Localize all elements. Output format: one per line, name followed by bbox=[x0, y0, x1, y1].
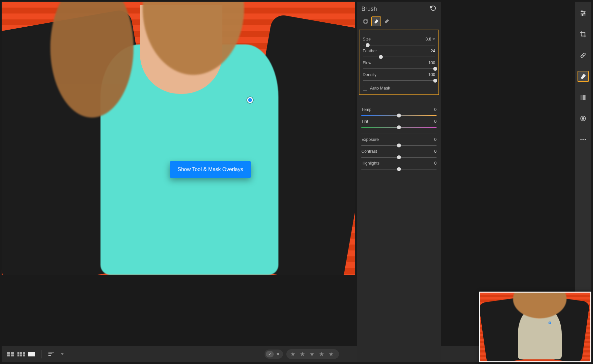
tint-slider[interactable]: Tint0 bbox=[361, 119, 437, 128]
single-view-icon[interactable] bbox=[28, 351, 35, 357]
density-label: Density bbox=[363, 72, 377, 77]
flag-picked-icon[interactable]: ✓ bbox=[266, 351, 274, 357]
contrast-value: 0 bbox=[434, 149, 437, 154]
brush-mode-row bbox=[357, 15, 441, 30]
automask-checkbox[interactable]: Auto Mask bbox=[363, 86, 435, 91]
density-value: 100 bbox=[428, 72, 435, 77]
automask-label: Auto Mask bbox=[370, 86, 390, 91]
temp-value: 0 bbox=[434, 107, 437, 112]
radial-gradient-icon[interactable] bbox=[578, 113, 589, 124]
tint-value: 0 bbox=[434, 119, 437, 124]
add-brush-icon[interactable] bbox=[361, 16, 371, 26]
edit-sliders-icon[interactable] bbox=[578, 8, 589, 19]
checkbox-icon bbox=[363, 86, 367, 91]
photo-hair bbox=[41, 2, 295, 186]
grid-view-large-icon[interactable] bbox=[17, 351, 25, 357]
brush-settings-box: Size8.8 Feather24 Flow100 Density100 Aut… bbox=[359, 30, 439, 95]
highlights-value: 0 bbox=[434, 161, 437, 166]
flag-filter[interactable]: ✓ ✕ bbox=[265, 350, 283, 359]
brush-panel: Brush Size8.8 Feather24 Flow100 Densit bbox=[357, 2, 441, 362]
svg-point-3 bbox=[581, 11, 583, 12]
eraser-mode-icon[interactable] bbox=[382, 16, 392, 26]
svg-point-5 bbox=[582, 14, 583, 16]
rating-stars[interactable]: ★ ★ ★ ★ ★ bbox=[286, 349, 339, 359]
flow-label: Flow bbox=[363, 61, 371, 65]
heal-icon[interactable] bbox=[578, 50, 589, 61]
separator bbox=[41, 350, 42, 358]
flag-rejected-icon[interactable]: ✕ bbox=[274, 351, 282, 357]
crop-icon[interactable] bbox=[578, 29, 589, 40]
sort-icon[interactable] bbox=[47, 351, 55, 357]
temp-slider[interactable]: Temp0 bbox=[361, 107, 437, 116]
sort-dropdown-icon[interactable] bbox=[58, 351, 65, 357]
highlights-slider[interactable]: Highlights0 bbox=[361, 161, 437, 169]
size-label: Size bbox=[363, 37, 371, 41]
brush-mode-icon[interactable] bbox=[371, 16, 381, 26]
flow-slider[interactable]: Flow100 bbox=[363, 61, 435, 69]
linear-gradient-icon[interactable] bbox=[578, 92, 589, 103]
nav-photo bbox=[491, 292, 579, 337]
more-icon[interactable] bbox=[578, 134, 589, 145]
adjustments-group: Temp0 Tint0 Exposure0 Contrast0 Highligh… bbox=[357, 95, 441, 169]
density-slider[interactable]: Density100 bbox=[363, 72, 435, 81]
svg-point-4 bbox=[584, 13, 585, 14]
brush-pin[interactable] bbox=[247, 97, 253, 103]
feather-value: 24 bbox=[431, 49, 435, 53]
panel-title: Brush bbox=[361, 6, 377, 13]
reset-icon[interactable] bbox=[430, 6, 437, 13]
size-slider[interactable]: Size8.8 bbox=[363, 37, 435, 45]
svg-point-7 bbox=[583, 55, 583, 56]
flow-value: 100 bbox=[428, 61, 435, 65]
navigator-thumbnail[interactable] bbox=[479, 292, 591, 362]
svg-point-12 bbox=[580, 139, 582, 140]
show-overlays-button[interactable]: Show Tool & Mask Overlays bbox=[170, 161, 251, 178]
svg-point-13 bbox=[582, 139, 584, 140]
exposure-label: Exposure bbox=[361, 137, 379, 142]
highlights-label: Highlights bbox=[361, 161, 380, 166]
contrast-label: Contrast bbox=[361, 149, 377, 154]
brush-tool-icon[interactable] bbox=[578, 71, 589, 82]
image-canvas[interactable]: Show Tool & Mask Overlays bbox=[2, 2, 355, 275]
tint-label: Tint bbox=[361, 119, 368, 124]
exposure-slider[interactable]: Exposure0 bbox=[361, 137, 437, 146]
size-value[interactable]: 8.8 bbox=[426, 37, 435, 41]
nav-brush-pin bbox=[549, 322, 551, 324]
temp-label: Temp bbox=[361, 107, 372, 112]
exposure-value: 0 bbox=[434, 137, 437, 142]
svg-point-11 bbox=[582, 117, 584, 119]
feather-slider[interactable]: Feather24 bbox=[363, 49, 435, 57]
svg-point-14 bbox=[585, 139, 586, 140]
grid-view-small-icon[interactable] bbox=[7, 351, 14, 357]
feather-label: Feather bbox=[363, 49, 377, 53]
svg-rect-9 bbox=[581, 95, 583, 100]
contrast-slider[interactable]: Contrast0 bbox=[361, 149, 437, 158]
